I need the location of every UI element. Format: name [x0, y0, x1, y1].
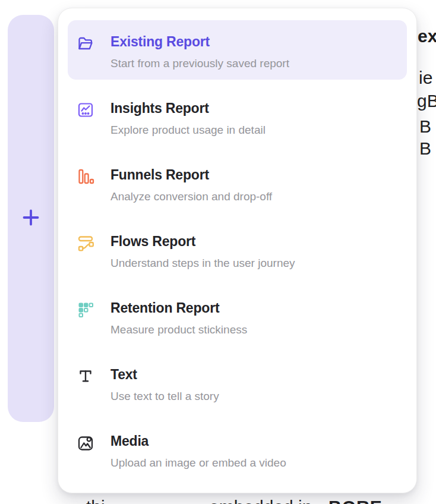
clipped-text-fragment: B — [419, 138, 431, 159]
clipped-text-fragment: ex — [418, 26, 436, 46]
menu-item-title: Flows Report — [110, 232, 295, 250]
menu-item-insights-report[interactable]: Insights Report Explore product usage in… — [68, 87, 407, 146]
menu-item-funnels-report[interactable]: Funnels Report Analyze conversion and dr… — [68, 153, 407, 213]
menu-item-title: Media — [110, 432, 286, 450]
funnel-bars-icon — [77, 168, 94, 185]
add-menu-popup: Existing Report Start from a previously … — [58, 8, 417, 493]
menu-item-text[interactable]: Text Use text to tell a story — [68, 353, 407, 412]
menu-item-subtitle: Measure product stickiness — [110, 323, 247, 337]
menu-item-subtitle: Start from a previously saved report — [110, 56, 289, 71]
add-card-button[interactable] — [8, 15, 54, 422]
menu-item-subtitle: Understand steps in the user journey — [110, 256, 295, 270]
menu-item-subtitle: Analyze conversion and drop-off — [110, 190, 272, 204]
menu-item-subtitle: Explore product usage in detail — [110, 123, 266, 137]
menu-item-title: Insights Report — [110, 99, 266, 117]
menu-item-media[interactable]: Media Upload an image or embed a video — [68, 420, 407, 479]
retention-grid-icon — [77, 301, 94, 319]
insights-chart-icon — [77, 101, 94, 119]
clipped-text-fragment: BORE — [328, 497, 383, 504]
clipped-text-fragment: ie — [419, 68, 432, 88]
clipped-text-fragment: embedded in — [209, 497, 312, 504]
menu-item-flows-report[interactable]: Flows Report Understand steps in the use… — [68, 220, 407, 279]
menu-item-retention-report[interactable]: Retention Report Measure product stickin… — [68, 286, 407, 346]
menu-item-existing-report[interactable]: Existing Report Start from a previously … — [68, 20, 407, 80]
plus-icon — [19, 206, 43, 232]
media-image-icon — [77, 434, 94, 452]
clipped-text-fragment: gB — [417, 91, 436, 111]
menu-item-title: Retention Report — [110, 299, 247, 317]
clipped-text-fragment: B — [419, 116, 431, 137]
menu-item-title: Text — [110, 366, 219, 383]
menu-item-title: Existing Report — [110, 33, 289, 51]
menu-item-subtitle: Use text to tell a story — [110, 389, 219, 404]
flows-sankey-icon — [77, 234, 94, 252]
menu-item-title: Funnels Report — [110, 166, 272, 184]
text-icon — [77, 367, 94, 385]
clipped-text-fragment: thi — [86, 497, 105, 504]
folder-open-icon — [77, 34, 94, 52]
menu-item-subtitle: Upload an image or embed a video — [110, 456, 286, 470]
